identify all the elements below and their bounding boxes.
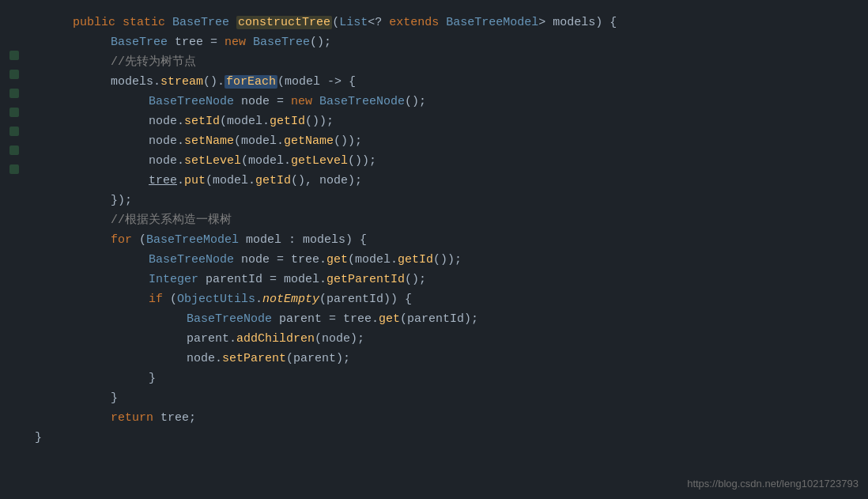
code-line-4: models.stream().forEach(model -> {	[35, 72, 855, 92]
code-line-7: node.setName(model.getName());	[35, 131, 855, 151]
left-gutter	[0, 0, 28, 499]
code-container: public static BaseTree constructTree(Lis…	[0, 0, 868, 499]
code-line-12: for (BaseTreeModel model : models) {	[35, 230, 855, 250]
code-line-14: Integer parentId = model.getParentId();	[35, 270, 855, 289]
code-line-17: parent.addChildren(node);	[35, 329, 855, 349]
code-line-9: 💡 tree.put(model.getId(), node);	[35, 171, 855, 191]
code-area: public static BaseTree constructTree(Lis…	[28, 6, 868, 454]
code-line-8: node.setLevel(model.getLevel());	[35, 151, 855, 171]
code-line-21: return tree;	[35, 408, 855, 428]
code-line-3: //先转为树节点	[35, 52, 855, 72]
code-line-16: BaseTreeNode parent = tree.get(parentId)…	[35, 309, 855, 329]
code-line-6: node.setId(model.getId());	[35, 112, 855, 131]
watermark: https://blog.csdn.net/leng1021723793	[687, 476, 859, 493]
code-line-13: BaseTreeNode node = tree.get(model.getId…	[35, 250, 855, 270]
code-line-15: if (ObjectUtils.notEmpty(parentId)) {	[35, 289, 855, 309]
code-line-2: BaseTree tree = new BaseTree();	[35, 32, 855, 52]
code-line-20: }	[35, 388, 855, 408]
code-line-5: BaseTreeNode node = new BaseTreeNode();	[35, 92, 855, 112]
code-line-18: node.setParent(parent);	[35, 349, 855, 369]
code-line-1: public static BaseTree constructTree(Lis…	[35, 13, 855, 32]
code-line-22: }	[35, 428, 855, 448]
code-line-11: //根据关系构造一棵树	[35, 210, 855, 230]
code-line-19: }	[35, 369, 855, 388]
code-line-10: });	[35, 191, 855, 210]
